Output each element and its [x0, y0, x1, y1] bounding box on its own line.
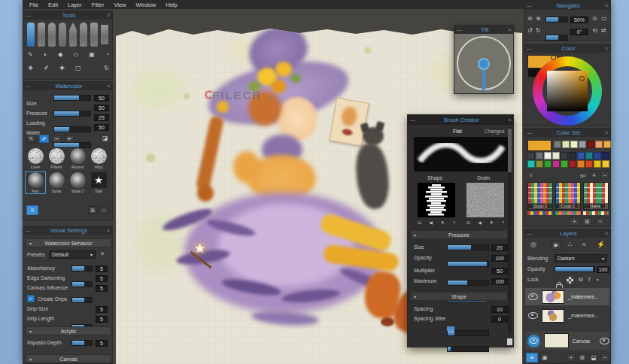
spacing-slider[interactable]: [447, 330, 489, 336]
menu-item-window[interactable]: Window: [136, 2, 156, 8]
remove-swatch-button[interactable]: −: [600, 171, 609, 179]
swatch[interactable]: [561, 152, 568, 159]
selection-tool-icon[interactable]: ▢: [75, 65, 81, 71]
brush-preset-name[interactable]: Flat: [453, 129, 462, 134]
bc-size-slider[interactable]: [447, 244, 489, 250]
spacing-jitter-slider[interactable]: [447, 346, 489, 352]
tilt-center-dot[interactable]: [478, 58, 490, 70]
swatch[interactable]: [561, 160, 568, 168]
tool-marker[interactable]: [80, 23, 87, 47]
collapse-icon[interactable]: ▾: [414, 232, 416, 238]
rotate-left-icon[interactable]: ↺: [527, 28, 533, 34]
watercolor-panel-header[interactable]: — Watercolor ≡: [23, 82, 112, 90]
brush-creator-header[interactable]: — Brush Creator ≡: [408, 115, 513, 125]
swatch[interactable]: [594, 160, 601, 168]
swatch[interactable]: [602, 152, 609, 159]
water-drop-tool-icon[interactable]: ◆: [58, 52, 62, 58]
color-set-italia[interactable]: Italia: [583, 182, 609, 210]
collapse-icon[interactable]: ▾: [29, 356, 32, 362]
pressure-section[interactable]: ▾ Pressure: [410, 230, 508, 239]
shape-section[interactable]: ▾ Shape: [410, 292, 508, 301]
wet-layer-icon[interactable]: ∴: [568, 241, 573, 248]
brush-preset-splat2[interactable]: Splat 2: [68, 172, 87, 193]
tracing-layer-icon[interactable]: ◎: [530, 241, 536, 248]
loading-slider[interactable]: [53, 126, 91, 132]
shape-flip-v-icon[interactable]: ▲: [440, 220, 445, 225]
drag-handle-icon[interactable]: —: [26, 13, 31, 18]
visual-settings-header[interactable]: — Visual Settings ×: [23, 226, 112, 235]
lock-m-icon[interactable]: M: [579, 277, 583, 282]
drag-handle-icon[interactable]: —: [527, 231, 532, 236]
water-slider[interactable]: [53, 142, 91, 148]
brush-preset-splat[interactable]: Splat: [47, 172, 66, 193]
panel-menu-icon[interactable]: ≡: [508, 117, 511, 123]
swatch[interactable]: [585, 152, 593, 159]
saturation-marker[interactable]: [579, 76, 585, 81]
brush-mode-blend-icon[interactable]: ✒: [65, 135, 74, 143]
shape-invert-icon[interactable]: ◑: [452, 220, 455, 225]
delete-layer-button[interactable]: −: [600, 353, 609, 362]
menu-item-view[interactable]: View: [114, 2, 126, 8]
swatch[interactable]: [527, 152, 535, 159]
lock-dot-icon[interactable]: •: [597, 277, 598, 282]
layer-opacity-slider[interactable]: [555, 266, 595, 272]
remove-color-set-button[interactable]: −: [595, 217, 605, 226]
zoom-slider[interactable]: [545, 17, 568, 23]
panel-menu-icon[interactable]: ≡: [508, 27, 511, 32]
color-header[interactable]: — Color ≡: [524, 44, 610, 53]
collapse-icon[interactable]: ▾: [29, 329, 32, 334]
canvas-section[interactable]: ▾ Canvas: [26, 354, 111, 363]
brush-preset-filbert[interactable]: Filbert: [47, 148, 66, 169]
layer-visibility-icon[interactable]: [528, 293, 538, 300]
reference-layer-icon[interactable]: ▶: [552, 241, 561, 250]
add-group-button[interactable]: ⊞: [582, 217, 592, 226]
swatch[interactable]: [594, 152, 601, 159]
swatch[interactable]: [577, 152, 585, 159]
lock-t-icon[interactable]: T: [588, 277, 591, 282]
grain-thumbnail[interactable]: [466, 183, 504, 217]
shape-box-icon[interactable]: ⊡: [418, 220, 421, 225]
swatch[interactable]: [544, 160, 552, 168]
drag-handle-icon[interactable]: —: [457, 27, 462, 32]
bc-multiplier-slider[interactable]: [447, 280, 489, 286]
color-set-partial-row[interactable]: [583, 211, 609, 215]
lock-transparency-icon[interactable]: [567, 277, 573, 284]
tilt-dial[interactable]: [457, 36, 511, 90]
close-icon[interactable]: ×: [107, 228, 110, 233]
swatch[interactable]: [554, 141, 561, 148]
edge-darkening-slider[interactable]: [71, 281, 93, 287]
color-wheel[interactable]: [533, 56, 602, 126]
brush-list-view-button[interactable]: ≡: [26, 205, 38, 215]
canvas-layer-row[interactable]: Canvas: [525, 332, 609, 350]
brush-mode-dry-icon[interactable]: ✑: [52, 135, 62, 143]
navigator-header[interactable]: — Navigator ≡: [524, 2, 610, 10]
fast-dry-icon[interactable]: ⚡: [597, 241, 605, 248]
tools-panel-header[interactable]: — Tools ≡: [23, 11, 112, 20]
menu-item-layer[interactable]: Layer: [68, 2, 82, 8]
swatch[interactable]: [587, 141, 594, 148]
panel-menu-icon[interactable]: ≡: [605, 231, 608, 236]
swatch[interactable]: [552, 152, 560, 159]
layers-header[interactable]: — Layers ≡: [524, 229, 610, 238]
swatch[interactable]: [569, 160, 576, 168]
merge-layers-button[interactable]: ⬓: [589, 353, 598, 362]
swatch[interactable]: [577, 160, 585, 168]
drag-handle-icon[interactable]: —: [527, 46, 532, 51]
add-layer-group-button[interactable]: ⊞: [578, 353, 587, 362]
reset-rotation-icon[interactable]: ⟲: [592, 28, 597, 34]
swatch[interactable]: [569, 152, 576, 159]
tool-eraser-block[interactable]: [101, 25, 108, 44]
drag-handle-icon[interactable]: —: [26, 83, 31, 89]
swatch[interactable]: [570, 141, 578, 148]
tool-nib-pen[interactable]: [69, 23, 77, 47]
rotate-canvas-tool-icon[interactable]: ↻: [104, 65, 109, 71]
canvas-influence-slider[interactable]: [71, 297, 93, 303]
scrollbar-thumb[interactable]: [508, 129, 512, 172]
layer-visibility-icon[interactable]: [528, 312, 538, 319]
layer-thumb-view-button[interactable]: ▣: [540, 353, 549, 362]
grain-invert-icon[interactable]: ◑: [501, 220, 504, 225]
current-color-swatch[interactable]: [527, 140, 552, 151]
color-set-partial-row[interactable]: [555, 211, 581, 215]
bc-opacity-slider[interactable]: [447, 261, 489, 267]
swatch[interactable]: [562, 141, 570, 148]
